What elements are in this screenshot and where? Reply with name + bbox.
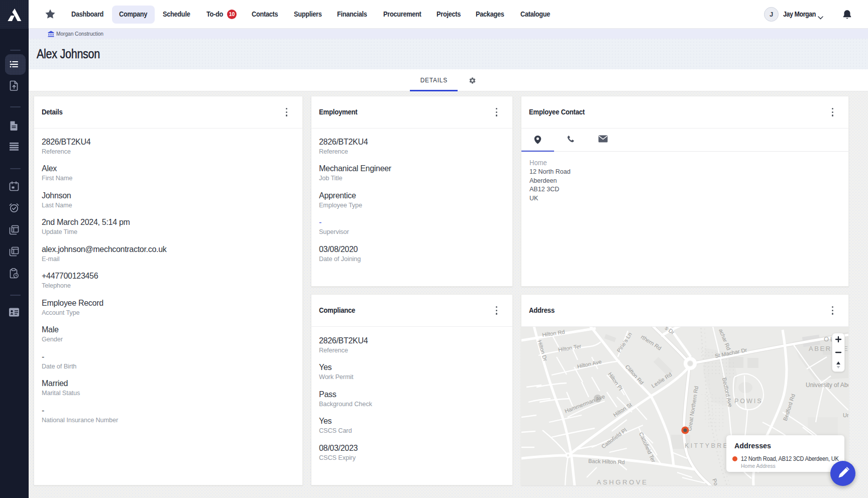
svg-text:University of Aberdeen: University of Aberdeen [806, 382, 848, 389]
svg-text:Ur: Ur [843, 412, 848, 418]
svg-text:Back Hilton Rd: Back Hilton Rd [588, 458, 625, 465]
svg-text:POWIS: POWIS [734, 398, 763, 405]
svg-text:ASHGROVE: ASHGROVE [597, 478, 648, 485]
